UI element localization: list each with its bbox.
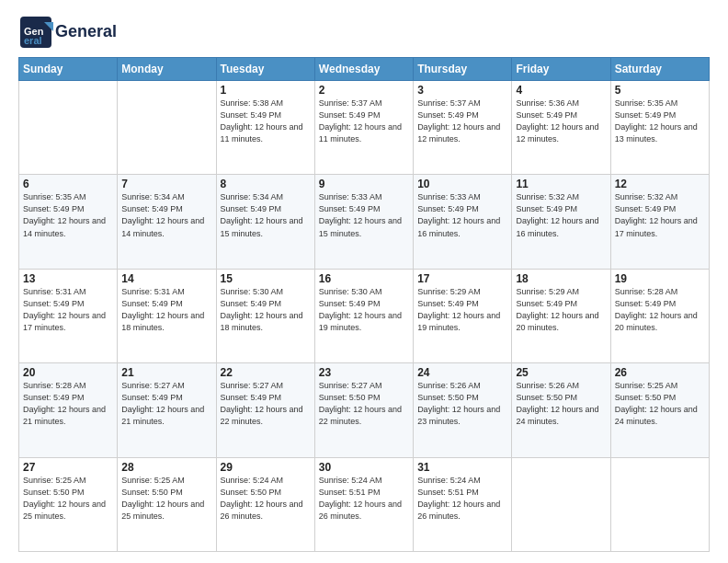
day-info: Sunrise: 5:25 AMSunset: 5:50 PMDaylight:…: [615, 380, 705, 428]
day-number: 19: [615, 272, 705, 285]
day-number: 30: [319, 461, 409, 474]
weekday-header-wednesday: Wednesday: [314, 58, 413, 81]
day-number: 1: [221, 84, 311, 97]
week-row-3: 13Sunrise: 5:31 AMSunset: 5:49 PMDayligh…: [19, 269, 710, 362]
day-cell: 29Sunrise: 5:24 AMSunset: 5:50 PMDayligh…: [216, 457, 314, 551]
day-number: 9: [319, 178, 409, 190]
day-info: Sunrise: 5:30 AMSunset: 5:49 PMDaylight:…: [319, 286, 409, 334]
day-info: Sunrise: 5:31 AMSunset: 5:49 PMDaylight:…: [121, 286, 211, 334]
day-cell: 2Sunrise: 5:37 AMSunset: 5:49 PMDaylight…: [314, 81, 413, 175]
day-number: 24: [417, 366, 507, 379]
weekday-header-sunday: Sunday: [19, 58, 118, 81]
day-cell: 20Sunrise: 5:28 AMSunset: 5:49 PMDayligh…: [19, 363, 118, 457]
day-info: Sunrise: 5:35 AMSunset: 5:49 PMDaylight:…: [23, 191, 113, 239]
header: Gen eral General: [18, 15, 710, 50]
day-cell: 14Sunrise: 5:31 AMSunset: 5:49 PMDayligh…: [118, 269, 216, 362]
day-cell: 23Sunrise: 5:27 AMSunset: 5:50 PMDayligh…: [314, 363, 413, 457]
day-info: Sunrise: 5:26 AMSunset: 5:50 PMDaylight:…: [417, 380, 507, 428]
day-cell: 17Sunrise: 5:29 AMSunset: 5:49 PMDayligh…: [414, 269, 512, 362]
day-cell: 11Sunrise: 5:32 AMSunset: 5:49 PMDayligh…: [512, 175, 610, 269]
day-number: 6: [23, 178, 113, 190]
day-cell: [19, 81, 118, 175]
day-info: Sunrise: 5:24 AMSunset: 5:51 PMDaylight:…: [319, 475, 409, 523]
day-number: 16: [319, 272, 409, 285]
day-info: Sunrise: 5:37 AMSunset: 5:49 PMDaylight:…: [417, 98, 507, 145]
day-info: Sunrise: 5:32 AMSunset: 5:49 PMDaylight:…: [615, 191, 705, 239]
day-info: Sunrise: 5:27 AMSunset: 5:49 PMDaylight:…: [121, 380, 211, 428]
day-cell: 30Sunrise: 5:24 AMSunset: 5:51 PMDayligh…: [314, 457, 413, 551]
day-info: Sunrise: 5:25 AMSunset: 5:50 PMDaylight:…: [23, 475, 113, 523]
day-cell: 8Sunrise: 5:34 AMSunset: 5:49 PMDaylight…: [216, 175, 314, 269]
day-number: 21: [121, 366, 211, 379]
day-number: 4: [516, 84, 606, 97]
day-cell: 19Sunrise: 5:28 AMSunset: 5:49 PMDayligh…: [610, 269, 709, 362]
day-info: Sunrise: 5:27 AMSunset: 5:50 PMDaylight:…: [319, 380, 409, 428]
day-cell: 18Sunrise: 5:29 AMSunset: 5:49 PMDayligh…: [512, 269, 610, 362]
day-number: 13: [23, 272, 113, 285]
day-cell: 12Sunrise: 5:32 AMSunset: 5:49 PMDayligh…: [610, 175, 709, 269]
day-number: 29: [221, 461, 311, 474]
day-cell: 16Sunrise: 5:30 AMSunset: 5:49 PMDayligh…: [314, 269, 413, 362]
weekday-header-tuesday: Tuesday: [216, 58, 314, 81]
day-cell: 27Sunrise: 5:25 AMSunset: 5:50 PMDayligh…: [19, 457, 118, 551]
day-number: 31: [417, 461, 507, 474]
day-cell: 28Sunrise: 5:25 AMSunset: 5:50 PMDayligh…: [118, 457, 216, 551]
day-info: Sunrise: 5:31 AMSunset: 5:49 PMDaylight:…: [23, 286, 113, 334]
day-cell: 5Sunrise: 5:35 AMSunset: 5:49 PMDaylight…: [610, 81, 709, 175]
day-info: Sunrise: 5:26 AMSunset: 5:50 PMDaylight:…: [516, 380, 606, 428]
day-info: Sunrise: 5:34 AMSunset: 5:49 PMDaylight:…: [121, 191, 211, 239]
week-row-4: 20Sunrise: 5:28 AMSunset: 5:49 PMDayligh…: [19, 363, 710, 457]
day-number: 8: [221, 178, 311, 190]
svg-text:eral: eral: [24, 35, 42, 46]
day-number: 12: [615, 178, 705, 190]
day-number: 17: [417, 272, 507, 285]
day-cell: 22Sunrise: 5:27 AMSunset: 5:49 PMDayligh…: [216, 363, 314, 457]
day-number: 2: [319, 84, 409, 97]
day-cell: 13Sunrise: 5:31 AMSunset: 5:49 PMDayligh…: [19, 269, 118, 362]
day-number: 10: [417, 178, 507, 190]
day-cell: [610, 457, 709, 551]
weekday-header-monday: Monday: [118, 58, 216, 81]
day-cell: [118, 81, 216, 175]
logo-icon: Gen eral: [18, 15, 53, 50]
day-info: Sunrise: 5:36 AMSunset: 5:49 PMDaylight:…: [516, 98, 606, 145]
day-cell: 24Sunrise: 5:26 AMSunset: 5:50 PMDayligh…: [414, 363, 512, 457]
day-cell: 25Sunrise: 5:26 AMSunset: 5:50 PMDayligh…: [512, 363, 610, 457]
week-row-5: 27Sunrise: 5:25 AMSunset: 5:50 PMDayligh…: [19, 457, 710, 551]
calendar-page: Gen eral General Sunda: [0, 0, 728, 563]
day-info: Sunrise: 5:25 AMSunset: 5:50 PMDaylight:…: [121, 475, 211, 523]
day-number: 25: [516, 366, 606, 379]
weekday-header-saturday: Saturday: [610, 58, 709, 81]
day-cell: 4Sunrise: 5:36 AMSunset: 5:49 PMDaylight…: [512, 81, 610, 175]
weekday-header-friday: Friday: [512, 58, 610, 81]
day-info: Sunrise: 5:35 AMSunset: 5:49 PMDaylight:…: [615, 98, 705, 145]
day-info: Sunrise: 5:24 AMSunset: 5:51 PMDaylight:…: [417, 475, 507, 523]
day-number: 20: [23, 366, 113, 379]
weekday-header-thursday: Thursday: [414, 58, 512, 81]
day-cell: 10Sunrise: 5:33 AMSunset: 5:49 PMDayligh…: [414, 175, 512, 269]
day-info: Sunrise: 5:32 AMSunset: 5:49 PMDaylight:…: [516, 191, 606, 239]
day-number: 11: [516, 178, 606, 190]
day-info: Sunrise: 5:37 AMSunset: 5:49 PMDaylight:…: [319, 98, 409, 145]
day-info: Sunrise: 5:30 AMSunset: 5:49 PMDaylight:…: [221, 286, 311, 334]
day-number: 23: [319, 366, 409, 379]
day-number: 22: [221, 366, 311, 379]
day-number: 26: [615, 366, 705, 379]
day-info: Sunrise: 5:33 AMSunset: 5:49 PMDaylight:…: [319, 191, 409, 239]
day-cell: 26Sunrise: 5:25 AMSunset: 5:50 PMDayligh…: [610, 363, 709, 457]
day-info: Sunrise: 5:33 AMSunset: 5:49 PMDaylight:…: [417, 191, 507, 239]
day-number: 18: [516, 272, 606, 285]
day-cell: 1Sunrise: 5:38 AMSunset: 5:49 PMDaylight…: [216, 81, 314, 175]
day-cell: [512, 457, 610, 551]
day-cell: 3Sunrise: 5:37 AMSunset: 5:49 PMDaylight…: [414, 81, 512, 175]
day-number: 5: [615, 84, 705, 97]
day-cell: 21Sunrise: 5:27 AMSunset: 5:49 PMDayligh…: [118, 363, 216, 457]
day-number: 28: [121, 461, 211, 474]
weekday-header-row: SundayMondayTuesdayWednesdayThursdayFrid…: [19, 58, 710, 81]
day-cell: 7Sunrise: 5:34 AMSunset: 5:49 PMDaylight…: [118, 175, 216, 269]
day-number: 15: [221, 272, 311, 285]
day-number: 3: [417, 84, 507, 97]
day-info: Sunrise: 5:28 AMSunset: 5:49 PMDaylight:…: [615, 286, 705, 334]
day-info: Sunrise: 5:24 AMSunset: 5:50 PMDaylight:…: [221, 475, 311, 523]
day-cell: 15Sunrise: 5:30 AMSunset: 5:49 PMDayligh…: [216, 269, 314, 362]
